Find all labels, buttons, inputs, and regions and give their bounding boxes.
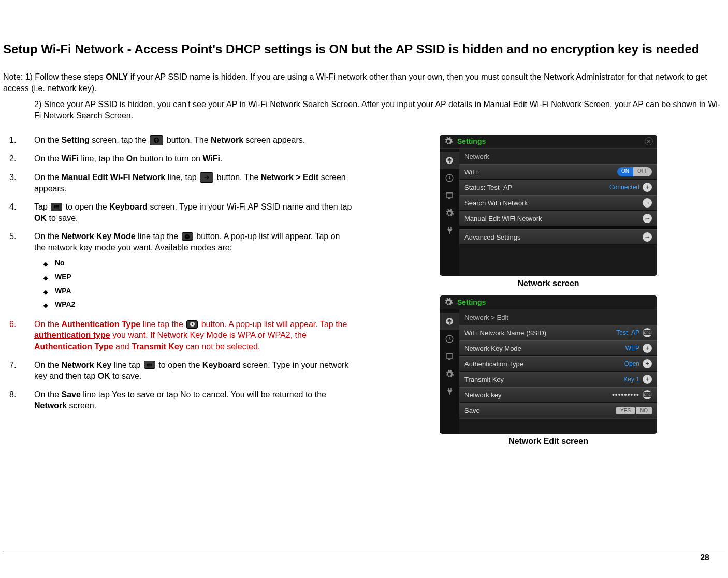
close-icon[interactable]: ✕ (645, 137, 653, 145)
t: WiFi (464, 168, 617, 176)
t: On the (34, 232, 61, 241)
t: button to turn on (138, 154, 202, 163)
gear-icon (444, 137, 453, 146)
modes-list: No WEP WPA WPA2 (34, 256, 353, 311)
arrow-icon (200, 172, 213, 183)
note-line2: 2) Since your AP SSID is hidden, you can… (3, 99, 725, 121)
arrow-icon[interactable]: → (643, 232, 652, 242)
t: WEP (625, 345, 639, 352)
row-save[interactable]: Save YESNO (459, 403, 657, 418)
arrow-icon[interactable]: → (643, 198, 652, 208)
row-wifi[interactable]: WiFi ONOFF (459, 164, 657, 180)
t: Network (464, 153, 652, 160)
t: On the (34, 136, 61, 144)
sidebar-network-icon[interactable] (440, 313, 459, 330)
t: screen. Type in your Wi-Fi AP SSID name … (148, 202, 352, 211)
step-3: On the Manual Edit Wi-Fi Network line, t… (3, 172, 353, 194)
row-key[interactable]: Network key ••••••••• ⌨ (459, 387, 657, 403)
step-7: On the Network Key line tap to open the … (3, 360, 353, 382)
row-auth[interactable]: Authentication Type Open + (459, 356, 657, 372)
t: Network > Edit (261, 173, 319, 182)
mock-sidebar (440, 309, 459, 434)
row-status[interactable]: Status: Test_AP Connected + (459, 180, 657, 195)
plus-icon[interactable]: + (643, 183, 652, 192)
keyboard-icon (144, 361, 155, 369)
sidebar-screen-icon[interactable] (440, 187, 459, 204)
row-subhead: Network (459, 149, 657, 164)
t: Test_AP (616, 329, 639, 336)
row-subhead: Network > Edit (459, 309, 657, 325)
sidebar-clock-icon[interactable] (440, 169, 459, 187)
t: Key 1 (623, 376, 639, 383)
row-search[interactable]: Search WiFi Network → (459, 195, 657, 211)
t: line tap the (136, 232, 181, 241)
no-button[interactable]: NO (636, 407, 652, 414)
step-4: Tap to open the Keyboard screen. Type in… (3, 201, 353, 224)
t: screen appears. (243, 136, 305, 144)
page-number: 28 (700, 553, 725, 562)
wifi-toggle[interactable]: ONOFF (617, 167, 652, 176)
sidebar-screen-icon[interactable] (440, 348, 459, 365)
yes-button[interactable]: YES (616, 407, 635, 414)
note-block: Note: 1) Follow these steps ONLY if your… (3, 71, 725, 121)
step-5: On the Network Key Mode line tap the but… (3, 231, 353, 312)
row-ssid[interactable]: WiFi Network Name (SSID) Test_AP ⌨ (459, 325, 657, 340)
t: authentication type (34, 331, 110, 339)
step-8: On the Save line tap Yes to save or tap … (3, 389, 353, 411)
t: screen, tap the (90, 136, 149, 144)
t: WiFi Network Name (SSID) (464, 329, 616, 337)
gear-icon (444, 298, 453, 307)
t: Transmit Key (132, 342, 183, 351)
t: line tap (111, 361, 142, 369)
arrow-icon[interactable]: → (643, 214, 652, 223)
t: to open the (63, 202, 109, 211)
keyboard-icon[interactable]: ⌨ (643, 390, 652, 399)
row-tx[interactable]: Transmit Key Key 1 + (459, 372, 657, 387)
row-manual[interactable]: Manual Edit WiFi Network → (459, 211, 657, 226)
sidebar-clock-icon[interactable] (440, 330, 459, 348)
caption-2: Network Edit screen (508, 437, 588, 446)
sidebar-plug-icon[interactable] (440, 222, 459, 240)
plus-icon[interactable]: + (643, 375, 652, 384)
sidebar-plug-icon[interactable] (440, 383, 459, 401)
t: Network Key (61, 361, 111, 369)
sidebar-gear-icon[interactable] (440, 204, 459, 222)
t: Transmit Key (464, 376, 623, 383)
t: Authentication Type (464, 360, 624, 368)
t: you want. If Network Key Mode is WPA or … (110, 331, 307, 339)
t: WiFi (61, 154, 79, 163)
t: Connected (609, 184, 639, 191)
plus-icon[interactable]: + (643, 344, 652, 353)
t: line tap the (140, 320, 185, 329)
t: line, tap the (79, 154, 126, 163)
sidebar-gear-icon[interactable] (440, 365, 459, 383)
yes-no-toggle[interactable]: YESNO (615, 407, 652, 414)
t: WiFi (202, 154, 220, 163)
t: On the (34, 320, 61, 329)
t: Save (464, 407, 615, 414)
t: and (113, 342, 132, 351)
t: button. A pop-up list will appear. Tap t… (199, 320, 347, 329)
t: . (220, 154, 222, 163)
t: to save. (47, 214, 78, 223)
t: On (126, 154, 138, 163)
mode-item: WEP (34, 270, 353, 284)
t: Network Key Mode (464, 345, 625, 352)
step-6: On the Authentication Type line tap the … (3, 319, 353, 352)
keyboard-icon (51, 203, 62, 211)
t: ON (617, 167, 633, 176)
t: button. The (214, 173, 261, 182)
note-prefix: Note: 1) Follow these steps (3, 72, 106, 81)
t: On the (34, 154, 61, 163)
plus-icon[interactable]: + (643, 359, 652, 368)
network-icon (150, 135, 163, 145)
t: On the (34, 361, 61, 369)
t: to open the (156, 361, 202, 369)
t: Network key (464, 391, 612, 399)
mode-item: No (34, 256, 353, 270)
t: Advanced Settings (464, 233, 643, 241)
row-advanced[interactable]: Advanced Settings → (459, 229, 657, 245)
sidebar-network-icon[interactable] (440, 152, 459, 169)
row-mode[interactable]: Network Key Mode WEP + (459, 340, 657, 356)
keyboard-icon[interactable]: ⌨ (643, 328, 652, 337)
